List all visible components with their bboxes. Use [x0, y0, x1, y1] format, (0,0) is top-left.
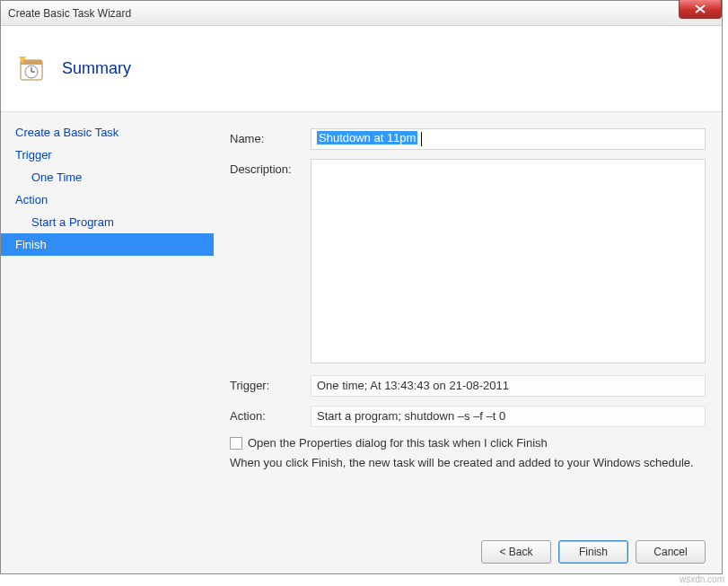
action-label: Action:: [230, 406, 311, 423]
description-textarea[interactable]: [311, 159, 706, 363]
trigger-row: Trigger: One time; At 13:43:43 on 21-08-…: [230, 375, 706, 397]
action-value: Start a program; shutdown –s –f –t 0: [311, 406, 706, 427]
page-title: Summary: [62, 59, 131, 78]
wizard-window: Create Basic Task Wizard Summary Create …: [0, 0, 723, 574]
sidebar-item-trigger[interactable]: Trigger: [1, 144, 214, 166]
sidebar-item-one-time[interactable]: One Time: [1, 166, 214, 188]
name-value-selected: Shutdown at 11pm: [317, 131, 417, 144]
wizard-content: Name: Shutdown at 11pm Description: Trig…: [214, 112, 722, 530]
cancel-button[interactable]: Cancel: [636, 540, 706, 564]
back-button[interactable]: < Back: [481, 540, 551, 564]
open-properties-row: Open the Properties dialog for this task…: [230, 436, 706, 450]
info-text: When you click Finish, the new task will…: [230, 455, 706, 471]
watermark: wsxdn.com: [680, 574, 724, 584]
sidebar-item-finish[interactable]: Finish: [1, 233, 214, 256]
trigger-value: One time; At 13:43:43 on 21-08-2011: [311, 375, 706, 397]
finish-button[interactable]: Finish: [558, 540, 628, 564]
clock-icon: [17, 55, 46, 83]
close-icon: [695, 4, 706, 13]
sidebar-item-action[interactable]: Action: [1, 188, 214, 211]
sidebar-item-start-a-program[interactable]: Start a Program: [1, 211, 214, 233]
close-button[interactable]: [679, 0, 722, 19]
wizard-header: Summary: [1, 26, 722, 112]
wizard-body: Create a Basic TaskTriggerOne TimeAction…: [1, 112, 722, 530]
name-label: Name:: [230, 128, 311, 145]
name-row: Name: Shutdown at 11pm: [230, 128, 706, 150]
description-row: Description:: [230, 159, 706, 366]
open-properties-checkbox[interactable]: [230, 437, 242, 450]
description-label: Description:: [230, 159, 311, 176]
wizard-footer: < Back Finish Cancel: [1, 530, 722, 573]
trigger-label: Trigger:: [230, 375, 311, 392]
wizard-sidebar: Create a Basic TaskTriggerOne TimeAction…: [1, 112, 214, 530]
sidebar-item-create-a-basic-task[interactable]: Create a Basic Task: [1, 121, 214, 144]
titlebar: Create Basic Task Wizard: [1, 1, 722, 26]
action-row: Action: Start a program; shutdown –s –f …: [230, 406, 706, 427]
window-title: Create Basic Task Wizard: [8, 7, 131, 20]
name-input[interactable]: Shutdown at 11pm: [311, 128, 706, 150]
open-properties-label[interactable]: Open the Properties dialog for this task…: [248, 436, 548, 450]
